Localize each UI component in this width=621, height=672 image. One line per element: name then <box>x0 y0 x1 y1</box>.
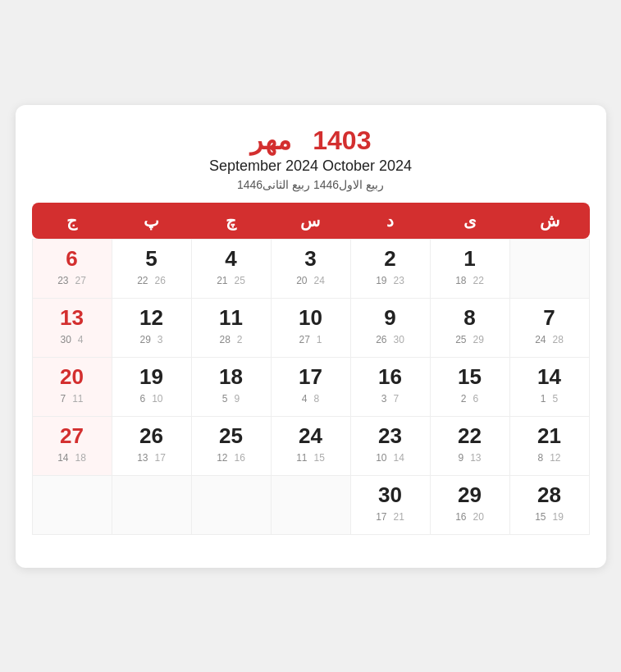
day-cell: 21812 <box>510 417 590 476</box>
hijri-date: 22 <box>473 275 484 286</box>
hijri-date: 3 <box>158 334 163 345</box>
sub-dates: 2024 <box>276 275 345 286</box>
day-cell: 241115 <box>272 417 351 476</box>
sub-dates: 2630 <box>356 334 425 345</box>
weekday-cell: پ <box>112 211 191 231</box>
sub-dates: 2125 <box>197 275 266 286</box>
hijri-date: 4 <box>78 334 84 345</box>
hijri-date: 27 <box>75 275 86 286</box>
sub-dates: 1721 <box>356 511 425 523</box>
gregorian-date: 5 <box>222 393 228 405</box>
sub-dates: 1014 <box>356 452 425 464</box>
calendar-header: 1403 مهر September 2024 October 2024 ربی… <box>32 125 590 191</box>
gregorian-date: 28 <box>219 334 230 345</box>
hijri-date: 25 <box>235 275 245 286</box>
sub-dates: 1620 <box>436 511 505 523</box>
day-cell: 20711 <box>33 358 112 417</box>
gregorian-date: 2 <box>461 393 467 405</box>
gregorian-date: 18 <box>455 275 466 286</box>
hijri-date: 16 <box>235 452 245 464</box>
gregorian-date: 29 <box>139 334 150 345</box>
gregorian-date: 8 <box>537 452 543 464</box>
gregorian-date: 25 <box>455 334 466 345</box>
gregorian-date: 4 <box>302 393 308 405</box>
day-cell: 32024 <box>272 240 351 299</box>
hijri-date: 19 <box>553 511 564 523</box>
persian-date: 5 <box>117 246 186 272</box>
gregorian-date: 16 <box>455 511 466 523</box>
sub-dates: 711 <box>38 393 107 405</box>
persian-date: 26 <box>117 423 186 449</box>
day-cell: 281519 <box>510 476 590 535</box>
gregorian-date: 27 <box>299 334 309 345</box>
day-cell: 13304 <box>33 299 112 358</box>
gregorian-date: 20 <box>296 275 307 286</box>
persian-date: 18 <box>197 364 266 390</box>
day-cell: 92630 <box>351 299 431 358</box>
persian-date: 6 <box>38 246 107 272</box>
persian-date: 20 <box>38 364 107 390</box>
day-cell: 1859 <box>192 358 272 417</box>
gregorian-date: 26 <box>376 334 386 345</box>
sub-dates: 293 <box>117 334 186 345</box>
day-cell: 12293 <box>112 299 192 358</box>
hijri-date: 28 <box>553 334 564 345</box>
sub-dates: 610 <box>117 393 186 405</box>
hijri-date: 9 <box>235 393 240 405</box>
persian-date: 30 <box>356 482 425 508</box>
day-cell: 1415 <box>510 358 590 417</box>
hijri-date: 13 <box>470 452 481 464</box>
calendar-grid: 6232752226421253202421923118221330412293… <box>32 239 590 535</box>
day-cell: 19610 <box>112 358 192 417</box>
hijri-date: 5 <box>553 393 559 405</box>
hijri-months: ربیع الاول1446 ربیع الثانی1446 <box>32 178 590 191</box>
day-cell <box>112 476 192 535</box>
sub-dates: 1418 <box>38 452 107 464</box>
gregorian-months: September 2024 October 2024 <box>32 158 590 175</box>
gregorian-date: 19 <box>376 275 386 286</box>
day-cell <box>510 240 590 299</box>
day-cell: 271418 <box>33 417 112 476</box>
weekday-header: جپچسدیش <box>32 203 590 239</box>
gregorian-date: 24 <box>535 334 546 345</box>
gregorian-date: 11 <box>296 452 307 464</box>
persian-date: 12 <box>117 305 186 331</box>
persian-date: 24 <box>276 423 345 449</box>
persian-date: 1 <box>436 246 505 272</box>
persian-month-year: 1403 مهر <box>32 125 590 156</box>
weekday-cell: س <box>271 211 350 231</box>
day-cell: 42125 <box>192 240 272 299</box>
sub-dates: 48 <box>276 393 345 405</box>
sub-dates: 2226 <box>117 275 186 286</box>
sub-dates: 2428 <box>515 334 584 345</box>
sub-dates: 2529 <box>436 334 505 345</box>
gregorian-date: 13 <box>137 452 148 464</box>
persian-date: 16 <box>356 364 425 390</box>
day-cell: 10271 <box>272 299 351 358</box>
gregorian-date: 14 <box>57 452 68 464</box>
gregorian-date: 6 <box>139 393 145 405</box>
sub-dates: 59 <box>197 393 266 405</box>
gregorian-date: 21 <box>217 275 227 286</box>
day-cell <box>272 476 351 535</box>
day-cell: 251216 <box>192 417 272 476</box>
sub-dates: 1822 <box>436 275 505 286</box>
persian-date: 9 <box>356 305 425 331</box>
hijri-date: 23 <box>394 275 404 286</box>
persian-year: 1403 <box>313 126 371 155</box>
day-cell: 1748 <box>272 358 351 417</box>
day-cell: 52226 <box>112 240 192 299</box>
day-cell: 82529 <box>431 299 510 358</box>
persian-date: 13 <box>38 305 107 331</box>
persian-date: 28 <box>515 482 584 508</box>
sub-dates: 37 <box>356 393 425 405</box>
day-cell: 72428 <box>510 299 590 358</box>
sub-dates: 282 <box>197 334 266 345</box>
hijri-date: 10 <box>152 393 162 405</box>
persian-date: 15 <box>436 364 505 390</box>
sub-dates: 1519 <box>515 511 584 523</box>
persian-date: 2 <box>356 246 425 272</box>
gregorian-date: 30 <box>60 334 71 345</box>
sub-dates: 1115 <box>276 452 345 464</box>
day-cell: 291620 <box>431 476 510 535</box>
